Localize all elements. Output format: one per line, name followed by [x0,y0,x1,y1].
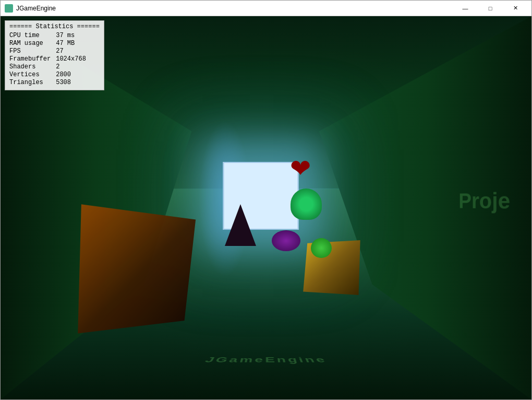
large-cube-object [78,204,196,333]
stats-value: 5308 [56,79,89,87]
scene-viewport: ❤ JGameEngine Proje ====== Statistics ==… [1,16,531,399]
stats-label: Vertices [9,71,56,79]
stats-row: CPU time37 ms [9,32,89,40]
close-button[interactable]: ✕ [503,1,527,16]
stats-value: 27 [56,48,89,55]
floor-text: JGameEngine [203,356,329,364]
stats-title: ====== Statistics ====== [9,23,100,30]
stats-row: FPS27 [9,48,89,55]
stats-row: Vertices2800 [9,71,89,79]
stats-label: Framebuffer [9,55,56,63]
right-wall-text: Proje [458,188,510,214]
app-icon [5,4,13,13]
pyramid-object [225,204,256,246]
stats-row: Framebuffer1024x768 [9,55,89,63]
stats-value: 37 ms [56,32,89,40]
stats-label: Triangles [9,79,56,87]
stats-label: CPU time [9,32,56,40]
stats-table: CPU time37 msRAM usage47 MBFPS27Framebuf… [9,32,89,87]
stats-label: Shaders [9,63,56,71]
stats-value: 47 MB [56,40,89,48]
stats-row: Shaders2 [9,63,89,71]
maximize-button[interactable]: □ [478,1,502,16]
window-controls: — □ ✕ [453,1,527,16]
stats-value: 2800 [56,71,89,79]
green-blob-object [311,238,332,258]
stats-label: FPS [9,48,56,55]
figure-object [291,189,322,220]
minimize-button[interactable]: — [453,1,477,16]
stats-value: 1024x768 [56,55,89,63]
titlebar: JGameEngine — □ ✕ [1,1,531,16]
statistics-panel: ====== Statistics ====== CPU time37 msRA… [5,20,104,90]
stats-value: 2 [56,63,89,71]
stats-row: RAM usage47 MB [9,40,89,48]
stats-label: RAM usage [9,40,56,48]
heart-object: ❤ [290,156,316,180]
purple-blob-object [272,230,300,251]
stats-row: Triangles5308 [9,79,89,87]
app-window: JGameEngine — □ ✕ ❤ JGameEngine Proje [0,0,532,400]
window-title: JGameEngine [16,5,453,12]
